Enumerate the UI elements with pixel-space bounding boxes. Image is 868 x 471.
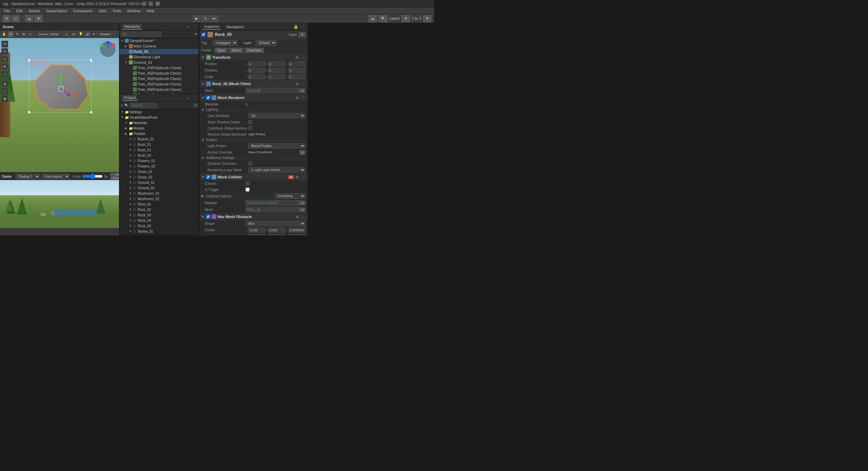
project-item[interactable]: ▼⬡Rock_05 bbox=[119, 223, 199, 229]
menu-file[interactable]: File bbox=[1, 8, 13, 14]
cloud-btn[interactable]: ☁ bbox=[369, 15, 377, 22]
project-search[interactable] bbox=[130, 103, 157, 108]
project-item[interactable]: ▼⬡Ground_02 bbox=[119, 185, 199, 191]
menu-gameobject[interactable]: GameObject bbox=[43, 8, 70, 14]
menu-component[interactable]: Component bbox=[70, 8, 95, 14]
tool-move2[interactable]: ✛ bbox=[1, 48, 8, 55]
game-tab[interactable]: Game bbox=[2, 175, 12, 178]
aspect-dropdown[interactable]: Free Aspect bbox=[41, 174, 70, 179]
audio-toggle[interactable]: 🔊 bbox=[85, 31, 90, 37]
pause-button[interactable]: ⏸ bbox=[202, 16, 209, 22]
tag-dropdown[interactable]: Untagged bbox=[213, 40, 238, 46]
mesh-collider-header[interactable]: ▼ Mesh Collider 34 ⚙ ⋮ bbox=[199, 174, 308, 180]
menu-help[interactable]: Help bbox=[144, 8, 157, 14]
project-item[interactable]: ▼⬡Rock_02 bbox=[119, 207, 199, 212]
tool-view[interactable]: 👁 bbox=[1, 41, 8, 47]
project-item[interactable]: ▼⬡Flowers_01 bbox=[119, 158, 199, 163]
play-focused-btn[interactable]: Play Focused bbox=[110, 173, 119, 180]
toolbar-btn-2[interactable]: ↩ bbox=[12, 15, 19, 22]
is-trigger-checkbox[interactable] bbox=[245, 188, 250, 192]
layer-dropdown[interactable]: Default bbox=[256, 40, 277, 46]
render-layer-dropdown[interactable]: 0: Light Layer default bbox=[248, 167, 305, 173]
pivot-tool[interactable]: Center bbox=[38, 31, 48, 37]
mesh-filter-context-icon[interactable]: ⋮ bbox=[301, 82, 305, 86]
mesh-renderer-context-icon[interactable]: ⋮ bbox=[301, 96, 305, 100]
hand-tool[interactable]: ✋ bbox=[1, 31, 7, 37]
move-tool[interactable]: ✛ bbox=[8, 31, 13, 37]
mesh-filter-settings-icon[interactable]: ⚙ bbox=[295, 82, 299, 86]
scene-tab[interactable]: Scene bbox=[3, 25, 14, 29]
size-y[interactable] bbox=[268, 234, 285, 235]
inspector-menu-icon[interactable]: ⋮ bbox=[301, 24, 305, 29]
project-menu-icon[interactable]: ⋮ bbox=[192, 96, 196, 100]
scene-menu-icon[interactable]: ⋮ bbox=[113, 25, 116, 29]
hierarchy-item[interactable]: ▼SampleScene* bbox=[119, 38, 199, 43]
project-tab[interactable]: Project bbox=[122, 95, 138, 101]
position-x[interactable] bbox=[248, 61, 265, 66]
project-item[interactable]: ▼⬡Flowers_02 bbox=[119, 163, 199, 169]
hierarchy-item[interactable]: Tree_05(Polybrush Clone) bbox=[119, 76, 199, 81]
object-name[interactable]: Rock_05 bbox=[215, 32, 287, 37]
hier-filter-icon[interactable]: ▼ bbox=[194, 32, 197, 36]
static-shadow-checkbox[interactable] bbox=[248, 120, 252, 124]
hierarchy-item[interactable]: Tree_05(Polybrush Clone) bbox=[119, 71, 199, 76]
project-item[interactable]: ▼📁Materials bbox=[119, 120, 199, 125]
toolbar-btn-1[interactable]: ☰ bbox=[3, 15, 11, 22]
transform-settings-icon[interactable]: ⚙ bbox=[295, 56, 299, 59]
tool-extra1[interactable]: ◈ bbox=[1, 80, 8, 87]
center-z[interactable] bbox=[289, 228, 305, 233]
2d-toggle[interactable]: 2D bbox=[70, 31, 77, 37]
light-probes-dropdown[interactable]: Blend Probes bbox=[248, 143, 305, 149]
overrides-button[interactable]: Overrides bbox=[244, 48, 264, 53]
layers-dropdown[interactable]: ▼ bbox=[402, 15, 410, 22]
layout-dropdown[interactable]: ▼ bbox=[423, 15, 431, 22]
project-item[interactable]: ▼⬡Ground_01 bbox=[119, 180, 199, 185]
mesh-select-btn[interactable]: ⊙ bbox=[299, 89, 305, 93]
shape-dropdown[interactable]: Box bbox=[245, 221, 305, 226]
orientation-gizmo[interactable]: X Y Z bbox=[99, 41, 116, 58]
scene-canvas[interactable]: 👁 ✛ ↻ ⊞ ▭ ◈ ⬡ ◉ X bbox=[0, 38, 119, 173]
dynamic-occlusion-checkbox[interactable]: ✓ bbox=[248, 161, 252, 165]
mesh-filter-header[interactable]: ▼ Rock_05 (Mesh Filter) ⚙ ⋮ bbox=[199, 80, 308, 87]
rotate-tool[interactable]: ↻ bbox=[15, 31, 20, 37]
project-item[interactable]: ▼⬡Mushroom_01 bbox=[119, 191, 199, 196]
project-add-icon[interactable]: + bbox=[188, 96, 190, 100]
hierarchy-menu-icon[interactable]: ⋮ bbox=[192, 24, 196, 29]
rotation-y[interactable] bbox=[268, 68, 285, 73]
open-button[interactable]: Open bbox=[215, 48, 228, 53]
mesh-renderer-header[interactable]: ▼ Mesh Renderer ⚙ ⋮ bbox=[199, 94, 308, 101]
mc-mesh-select-btn[interactable]: ⊙ bbox=[299, 208, 305, 212]
cooking-options-dropdown[interactable]: Everything bbox=[275, 193, 305, 199]
light-toggle[interactable]: 💡 bbox=[78, 31, 83, 37]
menu-edit[interactable]: Edit bbox=[14, 8, 25, 14]
fx-toggle[interactable]: ✦ bbox=[91, 31, 97, 37]
scale-tool[interactable]: ⊞ bbox=[21, 31, 26, 37]
transform-context-icon[interactable]: ⋮ bbox=[301, 56, 305, 59]
project-item[interactable]: ▼📁SimpleNaturePack bbox=[119, 115, 199, 120]
rotation-x[interactable] bbox=[248, 68, 265, 73]
project-item[interactable]: ▶📁Models bbox=[119, 125, 199, 131]
project-list[interactable]: ▼📁Settings▼📁SimpleNaturePack▼📁Materials▶… bbox=[119, 109, 199, 235]
proj-search-icon[interactable]: 🔍 bbox=[124, 103, 129, 107]
contribute-gi-checkbox[interactable] bbox=[248, 126, 252, 130]
minimize-button[interactable]: — bbox=[142, 1, 146, 6]
static-dropdown[interactable]: ▼ bbox=[299, 32, 305, 37]
tool-extra3[interactable]: ◉ bbox=[1, 95, 8, 102]
object-enable-checkbox[interactable] bbox=[201, 33, 205, 37]
project-item[interactable]: ▼⬡Grass_01 bbox=[119, 169, 199, 174]
global-tool[interactable]: Global bbox=[49, 31, 59, 37]
mesh-collider-context-icon[interactable]: ⋮ bbox=[301, 175, 305, 179]
anchor-select-btn[interactable]: ⊙ bbox=[299, 150, 305, 155]
rotation-z[interactable] bbox=[289, 68, 305, 73]
mc-material-select-btn[interactable]: ⊙ bbox=[299, 201, 305, 205]
tool-scale2[interactable]: ⊞ bbox=[1, 63, 8, 70]
select-button[interactable]: Select bbox=[229, 48, 243, 53]
project-item[interactable]: ▼⬡Rock_04 bbox=[119, 218, 199, 223]
search-btn[interactable]: 🔍 bbox=[379, 15, 388, 22]
tool-extra2[interactable]: ⬡ bbox=[1, 88, 8, 95]
mc-mesh-value[interactable]: Rock_05 bbox=[245, 207, 299, 212]
scene-options[interactable]: ⋮ bbox=[112, 31, 118, 37]
mesh-collider-settings-icon[interactable]: ⚙ bbox=[295, 175, 299, 179]
project-item[interactable]: ▼⬡Tree_01 bbox=[119, 234, 199, 235]
hierarchy-item[interactable]: ▼Ground_01 bbox=[119, 60, 199, 65]
